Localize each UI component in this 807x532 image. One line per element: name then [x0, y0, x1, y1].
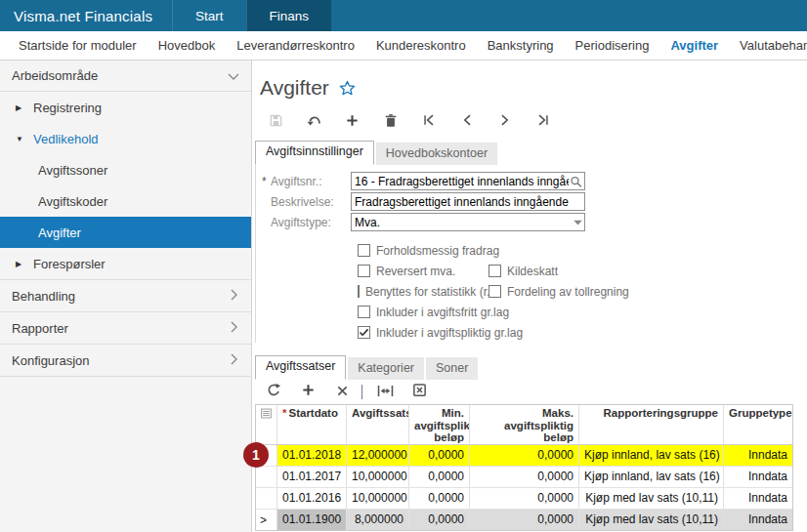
add-button[interactable] — [333, 109, 371, 135]
checkbox-reversert-mva[interactable]: Reversert mva. — [358, 265, 488, 278]
delete-button[interactable] — [371, 109, 409, 135]
nav-item-kundereskontro[interactable]: Kundereskontro — [365, 38, 477, 53]
sidebar-section-konfigurasjon[interactable]: Konfigurasjon — [0, 345, 251, 376]
table-row[interactable]: 01.01.201610,0000000,00000,0000Kjøp med … — [256, 487, 792, 509]
checkbox-label: Reversert mva. — [376, 265, 455, 278]
checkbox-unchecked-icon[interactable] — [358, 244, 370, 257]
chevron-right-icon — [231, 289, 237, 304]
grid-tab-kategorier[interactable]: Kategorier — [348, 357, 424, 380]
nav-item-hovedbok[interactable]: Hovedbok — [148, 38, 227, 53]
add-row-icon — [301, 383, 316, 401]
sidebar-section-behandling[interactable]: Behandling — [0, 280, 251, 311]
avgiftssatser-table: *StartdatoAvgiftssatsMin. avgiftspliktig… — [255, 404, 793, 531]
checkbox-label: Fordeling av tollregning — [507, 285, 629, 299]
sidebar-group-vedlikehold[interactable]: ▼Vedlikehold — [0, 123, 251, 154]
checkbox-inkluder-i-avgiftsfritt-gr-lag[interactable]: Inkluder i avgiftsfritt gr.lag — [358, 306, 509, 319]
table-row[interactable]: 01.01.201812,0000000,00000,0000Kjøp innl… — [256, 445, 792, 466]
nav-item-avgifter[interactable]: Avgifter — [659, 38, 729, 53]
column-header-avgiftssats[interactable]: Avgiftssats — [347, 405, 409, 444]
sidebar-item-avgiftssoner[interactable]: Avgiftssoner — [0, 154, 251, 185]
checkbox-forholdsmessig-fradrag[interactable]: Forholdsmessig fradrag — [358, 244, 499, 258]
last-icon — [536, 113, 550, 131]
prev-button[interactable] — [447, 109, 486, 135]
column-header-min[interactable]: Min. avgiftspliktig beløp — [409, 405, 470, 444]
table-row[interactable]: 01.01.201710,0000000,00000,0000Kjøp innl… — [256, 466, 792, 487]
nav-item-periodisering[interactable]: Periodisering — [565, 38, 660, 53]
form-tabs: AvgiftsinnstillingerHovedbokskontoer — [255, 141, 807, 165]
avgiftsnr-value: 16 - Fradragsberettiget innenlands inngå… — [355, 175, 569, 188]
nav-item-valutabehandling[interactable]: Valutabehandling — [729, 38, 807, 53]
nav-item-bankstyring[interactable]: Bankstyring — [477, 38, 565, 53]
grid-refresh-button[interactable] — [257, 380, 291, 405]
page-title: Avgifter — [260, 76, 329, 100]
undo-button[interactable] — [295, 109, 333, 135]
table-cell: 01.01.1900 — [277, 510, 347, 530]
sidebar-section-label: Rapporter — [12, 321, 68, 336]
next-button[interactable] — [486, 109, 524, 135]
tab-hovedbokskontoer[interactable]: Hovedbokskontoer — [376, 143, 497, 165]
beskrivelse-label: Beskrivelse: — [256, 195, 351, 209]
checkbox-fordeling-av-tollregning[interactable]: Fordeling av tollregning — [488, 285, 629, 299]
sidebar-group-label: Forespørsler — [33, 257, 106, 271]
nav-item-leverand-rreskontro[interactable]: Leverandørreskontro — [226, 38, 365, 53]
checkbox-inkluder-i-avgiftspliktig-gr-lag[interactable]: Inkluder i avgiftspliktig gr.lag — [358, 326, 523, 340]
checkbox-unchecked-icon[interactable] — [488, 265, 501, 277]
checkbox-benyttes-for-statistikk-r[interactable]: Benyttes for statistikk (r... — [358, 285, 488, 299]
first-icon — [422, 113, 436, 131]
sidebar-item-avgifter[interactable]: Avgifter — [0, 217, 251, 248]
grid-fit-width-button[interactable] — [368, 380, 403, 405]
top-bar: Visma.net Financials StartFinans — [0, 0, 807, 31]
sidebar-group-registrering[interactable]: ▶Registrering — [0, 92, 251, 123]
column-header-maks[interactable]: Maks. avgiftspliktig beløp — [470, 405, 579, 444]
checkbox-unchecked-icon[interactable] — [488, 285, 501, 298]
search-icon[interactable] — [570, 175, 582, 187]
grid-add-row-button[interactable] — [291, 380, 325, 405]
checkbox-unchecked-icon[interactable] — [358, 306, 370, 318]
column-header-rapporteringsgruppe[interactable]: Rapporteringsgruppe — [579, 405, 724, 444]
table-cell: Inndata — [724, 488, 792, 509]
grid-tab-avgiftssatser[interactable]: Avgiftssatser — [255, 355, 346, 380]
fit-width-icon — [377, 384, 394, 401]
sidebar-section-label: Konfigurasjon — [12, 353, 90, 368]
save-button[interactable] — [257, 109, 295, 135]
table-cell: Kjøp innland, lav sats (16) — [579, 445, 724, 466]
table-cell: Kjøp med lav sats (10,11) — [579, 510, 724, 530]
grid-delete-row-button[interactable] — [325, 380, 360, 405]
first-button[interactable] — [409, 109, 447, 135]
checkbox-unchecked-icon[interactable] — [358, 285, 360, 298]
top-tab-finans[interactable]: Finans — [246, 0, 332, 31]
divider — [0, 376, 251, 377]
table-header-row: *StartdatoAvgiftssatsMin. avgiftspliktig… — [256, 405, 792, 445]
avgiftstype-select[interactable]: Mva. — [351, 213, 585, 231]
sidebar-item-avgiftskoder[interactable]: Avgiftskoder — [0, 185, 251, 217]
checkbox-checked-icon[interactable] — [358, 326, 370, 339]
save-icon — [269, 113, 283, 132]
row-pointer-cell — [256, 488, 277, 509]
nav-item-startside-for-moduler[interactable]: Startside for moduler — [8, 38, 148, 53]
sidebar-group-foresp-rsler[interactable]: ▶Forespørsler — [0, 248, 251, 279]
tab-avgiftsinnstillinger[interactable]: Avgiftsinnstillinger — [255, 141, 374, 165]
triangle-down-icon: ▼ — [16, 135, 28, 143]
table-cell: Inndata — [724, 467, 792, 487]
sidebar-section-rapporter[interactable]: Rapporter — [0, 312, 251, 344]
last-button[interactable] — [524, 109, 562, 135]
checkbox-unchecked-icon[interactable] — [358, 265, 370, 277]
column-header-startdato[interactable]: *Startdato — [277, 405, 347, 444]
beskrivelse-input[interactable]: Fradragsberettiget innenlands inngående … — [351, 192, 585, 211]
dropdown-arrow-icon[interactable] — [573, 220, 582, 225]
grid-tab-soner[interactable]: Soner — [426, 357, 478, 380]
sidebar-header[interactable]: Arbeidsområde — [0, 61, 251, 91]
column-settings-icon[interactable] — [256, 405, 277, 444]
table-cell: 0,0000 — [470, 510, 579, 530]
callout-badge-1: 1 — [243, 442, 269, 468]
top-tab-start[interactable]: Start — [172, 0, 246, 31]
avgiftsnr-input[interactable]: 16 - Fradragsberettiget innenlands inngå… — [351, 172, 585, 190]
table-row[interactable]: >01.01.19008,0000000,00000,0000Kjøp med … — [256, 509, 792, 530]
checkbox-kildeskatt[interactable]: Kildeskatt — [488, 265, 558, 278]
sidebar-title: Arbeidsområde — [12, 68, 98, 83]
column-header-gruppetype[interactable]: Gruppetype — [724, 405, 792, 444]
favorite-star-icon[interactable] — [339, 80, 356, 96]
table-cell: Kjøp med lav sats (10,11) — [579, 488, 724, 509]
grid-export-excel-button[interactable] — [403, 380, 437, 405]
chevron-down-icon — [228, 68, 239, 83]
